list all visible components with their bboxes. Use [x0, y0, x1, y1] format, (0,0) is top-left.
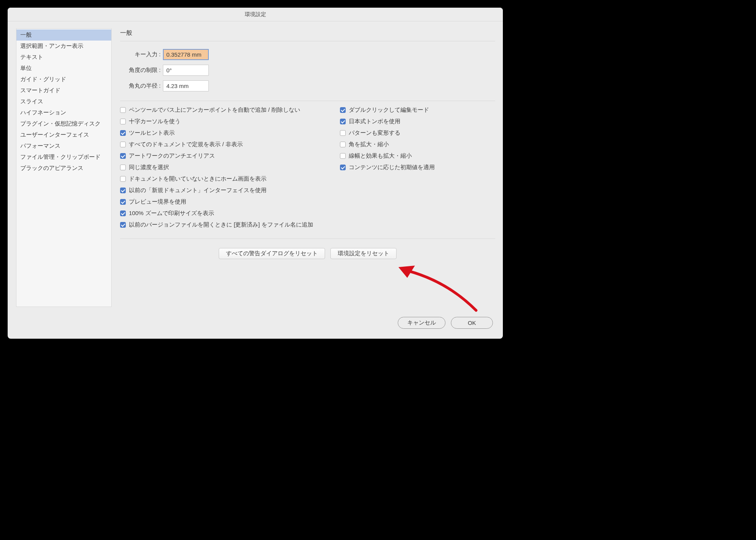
sidebar-item-label: 一般 [20, 31, 32, 38]
checkbox-icon [340, 119, 346, 124]
checkbox-label: コンテンツに応じた初期値を適用 [349, 164, 435, 171]
sidebar-item-units[interactable]: 単位 [16, 63, 111, 74]
checkbox-select-same-tint[interactable]: 同じ濃度を選択 [120, 164, 313, 171]
sidebar-item-label: 選択範囲・アンカー表示 [20, 42, 83, 49]
cancel-button[interactable]: キャンセル [398, 317, 445, 329]
sidebar-item-label: ユーザーインターフェイス [20, 131, 89, 138]
checkbox-label: 線幅と効果も拡大・縮小 [349, 152, 412, 160]
reset-row: すべての警告ダイアログをリセット 環境設定をリセット [120, 238, 495, 263]
checkbox-preview-bounds[interactable]: プレビュー境界を使用 [120, 198, 313, 206]
sidebar-item-guides-grid[interactable]: ガイド・グリッド [16, 74, 111, 85]
key-input-field[interactable] [163, 49, 209, 60]
sidebar-item-label: ハイフネーション [20, 109, 66, 116]
sidebar-item-slices[interactable]: スライス [16, 96, 111, 107]
key-input-label: キー入力 : [120, 51, 161, 58]
checkbox-label: 十字カーソルを使う [129, 118, 180, 125]
sidebar-item-black-appearance[interactable]: ブラックのアピアランス [16, 163, 111, 174]
checkbox-pen-tool-anchor[interactable]: ペンツールでパス上にアンカーポイントを自動で追加 / 削除しない [120, 106, 313, 114]
checkbox-transform-pattern[interactable]: パターンも変形する [340, 129, 435, 137]
checkbox-col-right: ダブルクリックして編集モード 日本式トンボを使用 パターンも変形する 角を拡大・… [340, 106, 435, 228]
checkbox-content-aware-defaults[interactable]: コンテンツに応じた初期値を適用 [340, 164, 435, 171]
checkbox-icon [120, 153, 126, 159]
checkbox-label: アートワークのアンチエイリアス [129, 152, 215, 160]
sidebar-item-general[interactable]: 一般 [16, 29, 111, 41]
checkbox-cross-cursor[interactable]: 十字カーソルを使う [120, 118, 313, 125]
dialog-title: 環境設定 [245, 11, 266, 18]
checkbox-label: 日本式トンボを使用 [349, 118, 400, 125]
preferences-dialog: 環境設定 一般 選択範囲・アンカー表示 テキスト 単位 ガイド・グリッド スマー… [8, 8, 503, 339]
checkbox-label: 100% ズームで印刷サイズを表示 [129, 210, 214, 217]
ok-button[interactable]: OK [451, 317, 493, 329]
checkbox-icon [120, 119, 126, 124]
sidebar-item-label: スライス [20, 98, 43, 104]
checkbox-doubleclick-edit[interactable]: ダブルクリックして編集モード [340, 106, 435, 114]
checkbox-append-updated-legacy[interactable]: 以前のバージョンファイルを開くときに [更新済み] をファイル名に追加 [120, 221, 313, 228]
dialog-content: 一般 選択範囲・アンカー表示 テキスト 単位 ガイド・グリッド スマートガイド … [8, 21, 503, 311]
checkbox-tool-tips[interactable]: ツールヒント表示 [120, 129, 313, 137]
checkbox-label: パターンも変形する [349, 129, 400, 137]
sidebar-item-label: ファイル管理・クリップボード [20, 153, 101, 160]
checkbox-label: プレビュー境界を使用 [129, 198, 186, 206]
checkbox-label: 同じ濃度を選択 [129, 164, 169, 171]
sidebar-item-performance[interactable]: パフォーマンス [16, 140, 111, 152]
angle-limit-label: 角度の制限 : [120, 67, 161, 74]
field-rows: キー入力 : 角度の制限 : 角丸の半径 : [120, 49, 495, 91]
checkbox-label: ペンツールでパス上にアンカーポイントを自動で追加 / 削除しない [129, 106, 300, 114]
sidebar-item-label: ガイド・グリッド [20, 76, 66, 82]
checkbox-label: 角を拡大・縮小 [349, 141, 389, 148]
divider [120, 101, 495, 101]
sidebar-item-selection-anchor[interactable]: 選択範囲・アンカー表示 [16, 41, 111, 52]
checkbox-label: ダブルクリックして編集モード [349, 106, 429, 114]
titlebar: 環境設定 [8, 8, 503, 21]
checkbox-legacy-new-doc[interactable]: 以前の「新規ドキュメント」インターフェイスを使用 [120, 187, 313, 194]
checkbox-label: ツールヒント表示 [129, 129, 175, 137]
field-row-angle-limit: 角度の制限 : [120, 65, 495, 76]
main-panel: 一般 キー入力 : 角度の制限 : 角丸の半径 : ペンツールでパ [120, 28, 495, 307]
checkbox-label: すべてのドキュメントで定規を表示 / 非表示 [129, 141, 243, 148]
sidebar-item-label: パフォーマンス [20, 142, 60, 149]
checkbox-scale-corners[interactable]: 角を拡大・縮小 [340, 141, 435, 148]
reset-preferences-button[interactable]: 環境設定をリセット [330, 248, 397, 259]
checkbox-japanese-cropmarks[interactable]: 日本式トンボを使用 [340, 118, 435, 125]
sidebar-item-text[interactable]: テキスト [16, 52, 111, 63]
checkbox-icon [120, 188, 126, 193]
sidebar: 一般 選択範囲・アンカー表示 テキスト 単位 ガイド・グリッド スマートガイド … [16, 28, 112, 307]
sidebar-item-file-clipboard[interactable]: ファイル管理・クリップボード [16, 152, 111, 163]
checkbox-show-home-screen[interactable]: ドキュメントを開いていないときにホーム画面を表示 [120, 175, 313, 183]
angle-limit-field[interactable] [163, 65, 209, 76]
section-heading: 一般 [120, 29, 495, 41]
checkbox-icon [120, 222, 126, 228]
checkbox-icon [120, 165, 126, 170]
checkbox-icon [340, 130, 346, 136]
field-row-corner-radius: 角丸の半径 : [120, 80, 495, 91]
checkbox-icon [340, 153, 346, 159]
dialog-footer: キャンセル OK [8, 311, 503, 339]
checkbox-print-size-100-zoom[interactable]: 100% ズームで印刷サイズを表示 [120, 210, 313, 217]
sidebar-item-ui[interactable]: ユーザーインターフェイス [16, 129, 111, 140]
checkbox-icon [120, 107, 126, 113]
checkbox-label: 以前の「新規ドキュメント」インターフェイスを使用 [129, 187, 267, 194]
checkbox-icon [340, 165, 346, 170]
checkbox-icon [120, 176, 126, 182]
checkbox-antialias-artwork[interactable]: アートワークのアンチエイリアス [120, 152, 313, 160]
checkbox-columns: ペンツールでパス上にアンカーポイントを自動で追加 / 削除しない 十字カーソルを… [120, 106, 495, 228]
checkbox-icon [120, 130, 126, 136]
checkbox-scale-strokes-effects[interactable]: 線幅と効果も拡大・縮小 [340, 152, 435, 160]
sidebar-item-hyphenation[interactable]: ハイフネーション [16, 107, 111, 118]
sidebar-item-plugins-scratch[interactable]: プラグイン・仮想記憶ディスク [16, 118, 111, 129]
sidebar-item-label: 単位 [20, 65, 32, 71]
checkbox-icon [120, 210, 126, 216]
sidebar-item-label: スマートガイド [20, 87, 60, 93]
checkbox-icon [120, 142, 126, 147]
corner-radius-label: 角丸の半径 : [120, 82, 161, 90]
checkbox-rulers-all-docs[interactable]: すべてのドキュメントで定規を表示 / 非表示 [120, 141, 313, 148]
checkbox-col-left: ペンツールでパス上にアンカーポイントを自動で追加 / 削除しない 十字カーソルを… [120, 106, 313, 228]
reset-warnings-button[interactable]: すべての警告ダイアログをリセット [219, 248, 325, 259]
sidebar-item-label: プラグイン・仮想記憶ディスク [20, 120, 101, 127]
sidebar-item-smart-guides[interactable]: スマートガイド [16, 85, 111, 96]
sidebar-item-label: テキスト [20, 54, 43, 60]
checkbox-label: ドキュメントを開いていないときにホーム画面を表示 [129, 175, 267, 183]
corner-radius-field[interactable] [163, 80, 209, 91]
sidebar-item-label: ブラックのアピアランス [20, 165, 83, 171]
field-row-key-input: キー入力 : [120, 49, 495, 60]
